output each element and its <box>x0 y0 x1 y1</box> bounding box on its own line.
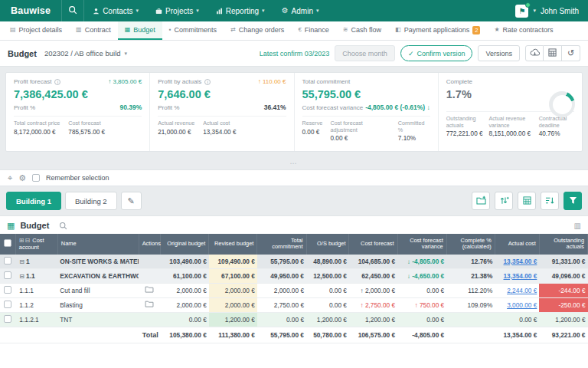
open-folder-icon[interactable] <box>145 286 154 293</box>
collapse-row-icon[interactable]: ⊟ <box>19 258 24 265</box>
kpi-collapse-handle[interactable]: ⋯ <box>0 157 588 169</box>
tab-project-details[interactable]: ▤Project details <box>3 21 69 40</box>
history-button[interactable]: ↺ <box>562 45 580 61</box>
pointer-icon[interactable]: ⌖ <box>8 174 12 182</box>
name-cell: ON-SITE WORKS & MATERIALS <box>57 255 139 269</box>
table-search-icon[interactable] <box>59 222 67 230</box>
column-settings-button[interactable]: ▥ <box>574 222 581 230</box>
latest-confirm-link[interactable]: Latest confirm 03/2023 <box>260 50 330 58</box>
kpi-stat: Outstanding actuals 772,221.00 € <box>446 116 481 137</box>
kpi-value: 55,795.00 € <box>302 88 430 100</box>
collapse-row-icon[interactable]: ⊟ <box>19 273 24 280</box>
cash-flow-icon: ≋ <box>343 27 348 33</box>
remember-selection-checkbox[interactable] <box>32 174 40 182</box>
table-total-row: Total105,380.00 €111,380.00 €55,795.00 €… <box>0 327 588 343</box>
tab-label: Contract <box>85 26 111 34</box>
column-header-cost-forecast-variance[interactable]: Cost forecast variance <box>397 234 446 255</box>
confirm-version-button[interactable]: ✓ Confirm version <box>400 45 473 61</box>
cell-original-budget: 0.00 € <box>161 312 209 327</box>
column-header-total-commitment[interactable]: Total commitment <box>257 234 306 255</box>
select-all-checkbox[interactable] <box>4 239 11 247</box>
table-row[interactable]: 1.1.1Cut and fill2,000.00 €2,000.00 €2,0… <box>0 283 588 297</box>
project-details-icon: ▤ <box>10 27 16 33</box>
column-header-cost-forecast[interactable]: Cost forecast <box>349 234 397 255</box>
column-header-outstanding-actuals[interactable]: Outstanding actuals <box>539 234 587 255</box>
cell-original-budget: 103,490.00 € <box>161 255 209 269</box>
table-row[interactable]: ⊟1ON-SITE WORKS & MATERIALS103,490.00 €1… <box>0 255 588 269</box>
tab-cash-flow[interactable]: ≋Cash flow <box>336 21 388 40</box>
tab-label: Rate contractors <box>503 26 554 34</box>
project-select[interactable]: 202302 / AB office build ▾ <box>44 49 127 58</box>
row-checkbox[interactable] <box>4 315 11 323</box>
tab-contract[interactable]: ▥Contract <box>69 21 118 40</box>
kpi-delta: ↑ 3,805.00 € <box>108 78 142 85</box>
table-view-button[interactable] <box>518 192 536 210</box>
checkbox-cell <box>0 268 15 283</box>
tab-building-1[interactable]: Building 1 <box>6 192 61 210</box>
column-header-revised-budget[interactable]: Revised budget <box>209 234 257 255</box>
tab-budget[interactable]: ▦Budget <box>118 21 162 40</box>
column-header-complete-calculated[interactable]: Complete % (calculated) <box>446 234 495 255</box>
tab-rate-contractors[interactable]: ★Rate contractors <box>487 21 560 40</box>
cell-os-budget: 1,200.00 € <box>306 312 349 327</box>
kpi-band: Profit forecast i ↑ 3,805.00 € 7,386,425… <box>5 72 583 152</box>
cell-total-commitment: 0.00 € <box>257 312 306 327</box>
column-header-cost-account[interactable]: ⊞⊟ Cost account <box>15 234 57 255</box>
brand-logo[interactable]: Bauwise <box>0 0 61 21</box>
menu-projects[interactable]: Projects▾ <box>147 0 207 21</box>
sort-button[interactable] <box>541 192 559 210</box>
kpi-sub-label: Profit % <box>158 104 179 111</box>
tab-building-2[interactable]: Building 2 <box>65 192 117 210</box>
tab-commitments[interactable]: ▪Commitments <box>162 21 224 40</box>
tab-payment-applications[interactable]: ◧Payment applications2 <box>388 21 487 40</box>
cell-cost-forecast-variance: 0.00 € <box>397 283 446 297</box>
column-header-o-s-budget[interactable]: O/S budget <box>306 234 349 255</box>
cell-complete-percent: 109.09% <box>446 297 495 312</box>
user-name[interactable]: John Smith <box>541 7 579 15</box>
kpi-sub-value: -4,805.00 € (-0.61%) ↓ <box>365 104 430 111</box>
projects-icon <box>155 8 162 15</box>
budget-label: Budget <box>8 49 37 58</box>
open-folder-icon[interactable] <box>145 301 154 307</box>
download-button[interactable] <box>525 45 544 61</box>
row-checkbox[interactable] <box>4 286 11 294</box>
menu-admin[interactable]: ⚙Admin▾ <box>273 0 328 21</box>
column-header-actual-cost[interactable]: Actual cost <box>495 234 539 255</box>
menu-reporting[interactable]: Reporting▾ <box>207 0 273 21</box>
menu-contacts[interactable]: Contacts▾ <box>84 0 147 21</box>
column-header-name[interactable]: Name <box>57 234 139 255</box>
row-checkbox[interactable] <box>4 301 11 308</box>
add-folder-button[interactable] <box>472 192 490 210</box>
notifications-icon[interactable]: ⚑ <box>515 5 528 18</box>
row-checkbox[interactable] <box>4 257 11 264</box>
table-row[interactable]: 1.1.2.1TNT0.00 €1,200.00 €0.00 €1,200.00… <box>0 312 588 327</box>
chevron-down-icon: ▾ <box>196 8 199 14</box>
gear-icon[interactable]: ⚙ <box>18 174 26 182</box>
row-checkbox[interactable] <box>4 271 11 279</box>
column-header-original-budget[interactable]: Original budget <box>161 234 209 255</box>
column-header-actions[interactable]: Actions <box>139 234 161 255</box>
tab-finance[interactable]: €Finance <box>291 21 335 40</box>
collapse-all-icon[interactable]: ⊟ <box>25 237 31 245</box>
menu-label: Reporting <box>226 7 259 15</box>
choose-month-button[interactable]: Choose month <box>335 45 395 61</box>
cell-actual-cost[interactable]: 2,244.00 € <box>495 283 539 297</box>
import-export-button[interactable] <box>495 192 513 210</box>
payment-applications-icon: ◧ <box>395 27 401 33</box>
tab-change-orders[interactable]: ⇄Change orders <box>224 21 291 40</box>
grid-view-button[interactable] <box>544 45 562 61</box>
filter-button[interactable] <box>564 192 582 210</box>
edit-buildings-button[interactable]: ✎ <box>121 192 142 210</box>
table-row[interactable]: 1.1.2Blasting2,000.00 €2,000.00 €2,750.0… <box>0 297 588 312</box>
cell-actual-cost[interactable]: 13,354.00 € <box>495 255 539 269</box>
search-button[interactable] <box>61 0 84 21</box>
info-icon[interactable]: i <box>54 79 60 85</box>
versions-button[interactable]: Versions <box>478 45 520 61</box>
table-row[interactable]: ⊟1.1EXCAVATION & EARTHWORK61,100.00 €67,… <box>0 268 588 283</box>
expand-all-icon[interactable]: ⊞ <box>19 237 24 245</box>
info-icon[interactable]: i <box>204 79 211 85</box>
kpi-sub-value: 90.39% <box>119 104 142 111</box>
budget-table: ⊞⊟ Cost accountNameActionsOriginal budge… <box>0 234 588 343</box>
cell-actual-cost[interactable]: 13,354.00 € <box>495 268 539 283</box>
cell-actual-cost[interactable]: 3,000.00 € <box>495 297 539 312</box>
